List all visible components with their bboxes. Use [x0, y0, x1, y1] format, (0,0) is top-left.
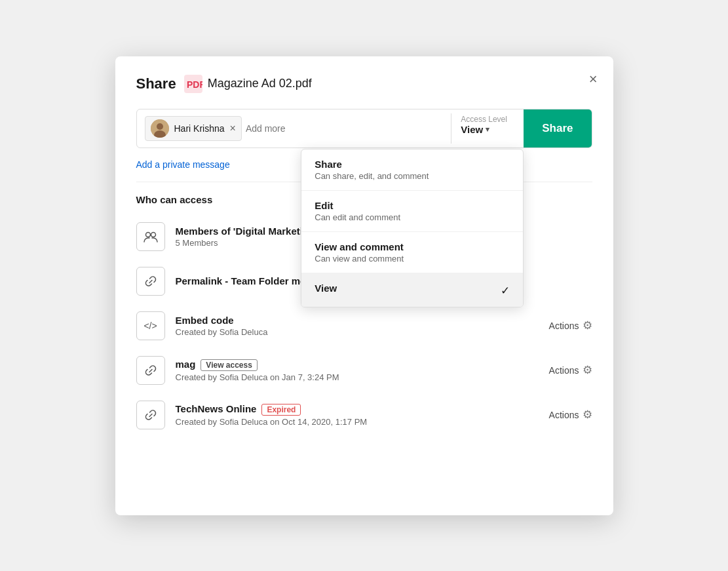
item-name: TechNews OnlineExpired — [176, 403, 539, 416]
actions-button-mag-link[interactable]: Actions ⚙ — [549, 363, 592, 377]
actions-button-technews[interactable]: Actions ⚙ — [549, 408, 592, 422]
item-name: Embed code — [176, 315, 539, 326]
item-icon — [136, 267, 165, 296]
private-message-link[interactable]: Add a private message — [136, 159, 230, 170]
access-level-container: Access Level View ▾ Share Can share, edi… — [451, 109, 524, 148]
dropdown-item-title: View — [315, 283, 337, 294]
modal-header: Share PDF Magazine Ad 02.pdf × — [136, 75, 592, 93]
item-name: magView access — [176, 359, 539, 371]
item-info: magView access Created by Sofia Deluca o… — [176, 359, 539, 382]
dropdown-item-text: View and comment Can view and comment — [315, 241, 404, 264]
access-level-label: Access Level — [461, 115, 507, 124]
access-dropdown: Share Can share, edit, and comment Edit … — [301, 149, 524, 307]
dropdown-item-title: Edit — [315, 200, 400, 211]
access-list-item-embed-code: </> Embed code Created by Sofia Deluca A… — [136, 304, 592, 348]
dropdown-item-text: Share Can share, edit, and comment — [315, 159, 429, 181]
actions-label: Actions — [549, 321, 579, 331]
dropdown-item-text: Edit Can edit and comment — [315, 200, 400, 222]
item-badge: View access — [201, 359, 258, 371]
gear-icon: ⚙ — [583, 319, 592, 332]
share-modal: Share PDF Magazine Ad 02.pdf × Hari Kris… — [115, 56, 613, 515]
check-icon: ✓ — [501, 284, 510, 298]
dropdown-item-title: View and comment — [315, 241, 404, 252]
item-icon — [136, 222, 165, 251]
dropdown-item-title: Share — [315, 159, 429, 170]
svg-point-5 — [145, 232, 150, 237]
pdf-icon: PDF — [184, 75, 202, 93]
dropdown-item-view[interactable]: View ✓ — [301, 273, 523, 307]
file-name: Magazine Ad 02.pdf — [208, 77, 312, 90]
dropdown-item-share[interactable]: Share Can share, edit, and comment — [301, 149, 523, 191]
item-icon — [136, 356, 165, 385]
actions-label: Actions — [549, 410, 579, 420]
dropdown-item-view-and-comment[interactable]: View and comment Can view and comment — [301, 232, 523, 273]
dropdown-item-desc: Can share, edit, and comment — [315, 171, 429, 181]
dropdown-item-edit[interactable]: Edit Can edit and comment — [301, 191, 523, 232]
chip-remove-button[interactable]: × — [230, 123, 236, 134]
recipient-chip: Hari Krishna × — [145, 116, 242, 141]
gear-icon: ⚙ — [583, 408, 592, 422]
item-info: Embed code Created by Sofia Deluca — [176, 315, 539, 337]
share-submit-button[interactable]: Share — [524, 109, 591, 148]
item-badge: Expired — [261, 404, 301, 416]
modal-title: Share — [136, 75, 176, 92]
close-button[interactable]: × — [589, 72, 598, 87]
item-sub: Created by Sofia Deluca on Jan 7, 3:24 P… — [176, 372, 539, 382]
access-level-button[interactable]: Access Level View ▾ — [451, 109, 524, 140]
share-input-row: Hari Krishna × Access Level View ▾ Share… — [136, 109, 592, 148]
dropdown-item-desc: Can edit and comment — [315, 212, 400, 222]
item-icon — [136, 401, 165, 429]
access-list-item-technews: TechNews OnlineExpired Created by Sofia … — [136, 393, 592, 437]
item-icon: </> — [136, 311, 165, 340]
add-more-input[interactable] — [246, 123, 360, 134]
avatar — [151, 119, 169, 138]
chevron-down-icon: ▾ — [486, 125, 489, 134]
item-info: TechNews OnlineExpired Created by Sofia … — [176, 403, 539, 427]
dropdown-item-text: View — [315, 283, 337, 294]
dropdown-item-desc: Can view and comment — [315, 254, 404, 264]
actions-button-embed-code[interactable]: Actions ⚙ — [549, 319, 592, 332]
item-sub: Created by Sofia Deluca — [176, 327, 539, 337]
chip-name: Hari Krishna — [174, 123, 225, 134]
gear-icon: ⚙ — [583, 363, 592, 377]
item-sub: Created by Sofia Deluca on Oct 14, 2020,… — [176, 417, 539, 427]
access-list-item-mag-link: magView access Created by Sofia Deluca o… — [136, 348, 592, 393]
svg-point-6 — [151, 232, 155, 237]
recipient-area: Hari Krishna × — [137, 109, 451, 148]
svg-point-3 — [157, 123, 163, 130]
access-level-value: View ▾ — [461, 124, 489, 135]
svg-text:PDF: PDF — [187, 79, 202, 90]
actions-label: Actions — [549, 365, 579, 376]
